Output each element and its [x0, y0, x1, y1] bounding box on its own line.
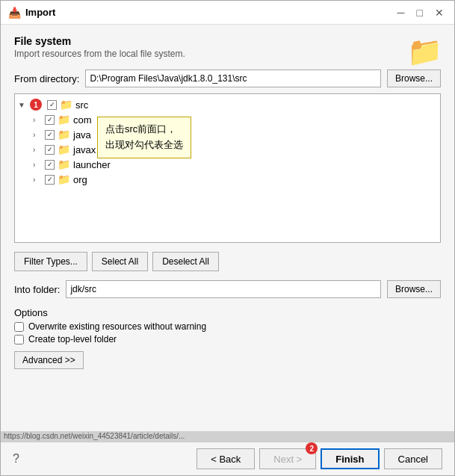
expand-icon-com[interactable]: ›	[33, 116, 42, 124]
filter-types-button[interactable]: Filter Types...	[14, 252, 87, 271]
tree-item-com[interactable]: › ✓ 📁 com	[33, 112, 437, 127]
tree-label-org: org	[73, 174, 87, 185]
finish-button[interactable]: Finish	[321, 448, 379, 469]
section-subtitle: Import resources from the local file sys…	[14, 49, 441, 59]
url-text: https://blog.csdn.net/weixin_44523841/ar…	[4, 432, 185, 440]
minimize-button[interactable]: ─	[394, 6, 408, 19]
from-directory-label: From directory:	[14, 73, 79, 84]
folder-icon-decoration: 📁	[407, 35, 442, 68]
tree-item-org[interactable]: › ✓ 📁 org	[33, 172, 437, 187]
expand-icon[interactable]: ▼	[18, 101, 27, 109]
tooltip-line1: 点击src前面口，	[105, 123, 176, 135]
tree-item-java[interactable]: › ✓ 📁 java	[33, 127, 437, 142]
title-controls: ─ □ ✕	[394, 6, 447, 19]
window-title: Import	[25, 7, 55, 18]
tree-label-launcher: launcher	[73, 159, 111, 170]
overwrite-checkbox-row: Overwrite existing resources without war…	[14, 321, 441, 332]
help-icon[interactable]: ?	[13, 452, 19, 466]
back-button[interactable]: < Back	[196, 448, 255, 469]
actions-row: Filter Types... Select All Deselect All	[14, 252, 441, 271]
folder-icon-launcher: 📁	[58, 158, 70, 170]
tree-root-checkbox[interactable]: ✓	[47, 100, 57, 110]
tree-label-javax: javax	[73, 144, 96, 155]
nav-buttons: < Back Next > 2 Finish Cancel	[196, 448, 442, 469]
into-folder-row: Into folder: Browse...	[14, 280, 441, 298]
tooltip-line2: 出现对勾代表全选	[105, 139, 183, 150]
section-header: File system Import resources from the lo…	[14, 35, 441, 59]
into-folder-browse-button[interactable]: Browse...	[387, 280, 441, 298]
main-content: 📁 File system Import resources from the …	[1, 25, 454, 431]
annotation-badge-1: 1	[30, 99, 42, 111]
from-directory-browse-button[interactable]: Browse...	[387, 69, 441, 87]
import-window: 📥 Import ─ □ ✕ 📁 File system Import reso…	[0, 0, 455, 476]
select-all-button[interactable]: Select All	[92, 252, 148, 271]
section-title: File system	[14, 35, 441, 47]
expand-icon-javax[interactable]: ›	[33, 146, 42, 154]
tree-checkbox-java[interactable]: ✓	[45, 130, 55, 140]
folder-icon-org: 📁	[58, 173, 70, 185]
expand-icon-java[interactable]: ›	[33, 131, 42, 139]
expand-icon-org[interactable]: ›	[33, 176, 42, 184]
folder-icon-java: 📁	[58, 129, 70, 140]
title-left: 📥 Import	[8, 7, 55, 19]
close-button[interactable]: ✕	[432, 6, 447, 19]
tree-root-item[interactable]: ▼ 1 ✓ 📁 src	[18, 97, 437, 112]
tree-label-com: com	[73, 114, 92, 126]
advanced-button[interactable]: Advanced >>	[14, 351, 84, 369]
tree-checkbox-org[interactable]: ✓	[45, 175, 55, 185]
into-folder-label: Into folder:	[14, 284, 60, 295]
deselect-all-button[interactable]: Deselect All	[152, 252, 219, 271]
file-tree-panel: ▼ 1 ✓ 📁 src 点击src前面口， 出现对勾代表全选 › ✓ 📁 com	[14, 93, 441, 243]
root-folder-icon: 📁	[60, 99, 72, 111]
folder-icon-javax: 📁	[58, 143, 70, 155]
expand-icon-launcher[interactable]: ›	[33, 161, 42, 169]
create-folder-label: Create top-level folder	[28, 334, 117, 344]
tree-checkbox-launcher[interactable]: ✓	[45, 160, 55, 170]
overwrite-checkbox[interactable]	[14, 322, 24, 332]
from-directory-input[interactable]	[85, 69, 381, 87]
into-folder-input[interactable]	[66, 280, 381, 298]
options-title: Options	[14, 307, 441, 318]
overwrite-label: Overwrite existing resources without war…	[28, 321, 206, 332]
tree-item-javax[interactable]: › ✓ 📁 javax	[33, 142, 437, 157]
create-folder-checkbox-row: Create top-level folder	[14, 334, 441, 344]
folder-icon-com: 📁	[58, 114, 70, 126]
annotation-tooltip: 点击src前面口， 出现对勾代表全选	[97, 117, 191, 158]
cancel-button[interactable]: Cancel	[384, 448, 442, 469]
options-section: Options Overwrite existing resources wit…	[14, 307, 441, 369]
tree-label-java: java	[73, 129, 91, 140]
tree-children: › ✓ 📁 com › ✓ 📁 java › ✓ 📁 javax	[33, 112, 437, 187]
url-bar: https://blog.csdn.net/weixin_44523841/ar…	[1, 431, 454, 442]
tree-checkbox-javax[interactable]: ✓	[45, 145, 55, 155]
from-directory-row: From directory: Browse...	[14, 69, 441, 87]
tree-item-launcher[interactable]: › ✓ 📁 launcher	[33, 157, 437, 172]
title-bar: 📥 Import ─ □ ✕	[1, 1, 454, 25]
bottom-bar: ? < Back Next > 2 Finish Cancel	[1, 442, 454, 475]
window-icon: 📥	[8, 7, 21, 19]
maximize-button[interactable]: □	[414, 6, 426, 19]
tree-root-label: src	[75, 99, 88, 111]
create-folder-checkbox[interactable]	[14, 335, 24, 344]
tree-checkbox-com[interactable]: ✓	[45, 115, 55, 125]
